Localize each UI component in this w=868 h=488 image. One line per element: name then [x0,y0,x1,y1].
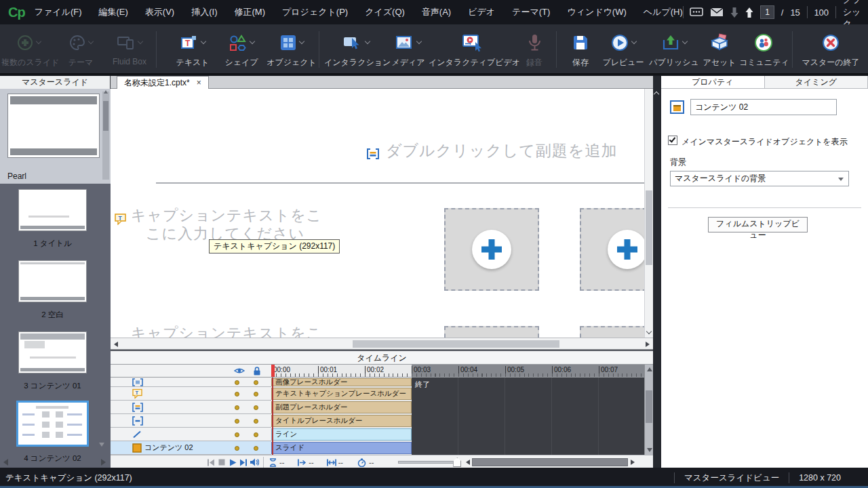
content-placeholder-box-4[interactable] [580,326,644,338]
canvas-horizontal-scrollbar[interactable] [111,338,653,350]
toolbar-assets-button[interactable]: アセット [701,28,738,70]
master-slide-thumbnail-pearl[interactable] [7,94,100,158]
panel-splitter[interactable] [653,76,661,468]
timeline-row-slide[interactable]: コンテンツ 02 スライド [111,441,644,455]
scroll-down-icon[interactable] [647,448,652,452]
menu-audio[interactable]: 音声(A) [422,6,451,18]
master-slide-label-2[interactable]: 2 空白 [0,310,105,320]
audio-icon[interactable] [249,457,260,468]
scroll-right-icon[interactable] [101,459,106,466]
slide-name-input[interactable] [690,99,837,115]
scrollbar-thumb[interactable] [353,340,559,348]
menu-file[interactable]: ファイル(F) [35,6,82,18]
track-bar[interactable]: 画像プレースホルダー [271,378,412,386]
tab-properties[interactable]: プロパティ [661,76,765,88]
playhead-line[interactable] [272,378,273,455]
timeline-vertical-scrollbar[interactable] [644,365,653,455]
subtitle-placeholder-text[interactable]: ダブルクリックして副題を追加 [386,140,617,161]
track-bar[interactable]: タイトルプレースホルダー [271,415,412,427]
toolbar-publish-button[interactable]: パブリッシュ [648,28,700,70]
scroll-up-icon[interactable] [647,367,652,371]
master-slide-thumb-1[interactable] [18,189,87,231]
content-placeholder-box-3[interactable] [444,326,539,338]
content-placeholder-box-2[interactable] [580,208,644,291]
lock-dot[interactable] [254,446,258,451]
timeline-row-image-placeholder[interactable]: 画像プレースホルダー [111,378,644,387]
timeline-row-line[interactable]: ライン [111,428,644,441]
content-placeholder-box-1[interactable] [444,208,539,291]
visibility-dot[interactable] [235,392,239,396]
filmstrip-view-button[interactable]: フィルムストリップビュー [708,217,808,232]
slider-thumb[interactable] [453,458,461,467]
lock-dot[interactable] [254,419,258,424]
add-content-icon[interactable] [472,230,511,269]
scroll-left-icon[interactable] [3,459,8,466]
canvas-vertical-scrollbar[interactable] [644,89,653,338]
master-slide-thumb-4-selected[interactable] [16,401,89,447]
tab-close-icon[interactable]: × [197,78,201,87]
scroll-up-icon[interactable] [104,90,108,94]
lock-icon[interactable] [253,366,261,375]
scroll-left-icon[interactable] [466,460,470,465]
zoom-level[interactable]: 100 [814,7,829,18]
lock-dot[interactable] [254,380,258,385]
next-slide-icon[interactable] [745,7,753,18]
visibility-dot[interactable] [235,432,239,437]
feedback-icon[interactable] [690,7,703,18]
menu-modify[interactable]: 修正(M) [234,6,265,18]
scroll-left-icon[interactable] [114,342,118,347]
scrollbar-thumb[interactable] [646,190,652,265]
document-tab[interactable]: 名称未設定1.cptx* × [117,76,209,89]
show-master-objects-checkbox[interactable] [668,136,677,145]
toolbar-text-button[interactable]: T テキスト [168,28,217,70]
menu-quiz[interactable]: クイズ(Q) [365,6,405,18]
scrollbar-thumb[interactable] [103,101,108,131]
toolbar-save-button[interactable]: 保存 [564,28,597,70]
eye-icon[interactable] [234,367,245,375]
timeline-row-text-caption-placeholder[interactable]: T テキストキャプションプレースホルダー [111,387,644,401]
master-slide-label-3[interactable]: 3 コンテンツ 01 [0,381,105,391]
caption-placeholder-row2[interactable]: キャプションテキストをこ [131,323,322,338]
menu-video[interactable]: ビデオ [468,6,495,18]
track-bar[interactable]: 副題プレースホルダー [271,401,412,413]
master-slide-label-1[interactable]: 1 タイトル [0,239,105,249]
master-slide-thumb-2[interactable] [18,260,87,302]
scrollbar-thumb[interactable] [646,390,652,423]
menu-window[interactable]: ウィンドウ(W) [567,6,626,18]
skip-end-icon[interactable] [238,457,249,468]
master-slide-panel-header[interactable]: マスタースライド [0,76,111,89]
toolbar-preview-button[interactable]: プレビュー [599,28,647,70]
timeline-hscroll-thumb[interactable] [472,458,628,466]
scroll-down-icon[interactable] [99,443,104,447]
menu-project[interactable]: プロジェクト(P) [282,6,348,18]
caption-placeholder-line1[interactable]: キャプションテキストをこ [131,205,322,226]
lock-dot[interactable] [254,405,258,410]
divider-line-shape[interactable] [156,182,644,184]
track-bar[interactable]: テキストキャプションプレースホルダー [271,388,412,400]
scroll-right-icon[interactable] [631,460,635,465]
menu-edit[interactable]: 編集(E) [99,6,128,18]
timeline-zoom-slider[interactable] [398,461,458,464]
lock-dot[interactable] [254,432,258,437]
stopwatch-icon[interactable] [357,457,368,468]
toolbar-community-button[interactable]: コミュニティ [739,28,788,70]
background-dropdown[interactable]: マスタースライドの背景 [670,171,849,186]
scroll-down-icon[interactable] [646,329,652,334]
playhead-marker[interactable] [271,365,275,377]
menu-themes[interactable]: テーマ(T) [512,6,550,18]
toolbar-media-button[interactable]: メディア [389,28,427,70]
visibility-dot[interactable] [235,380,239,385]
timeline-title[interactable]: タイムライン [111,351,653,365]
timeline-row-title-placeholder[interactable]: タイトルプレースホルダー [111,414,644,428]
timeline-row-subtitle-placeholder[interactable]: 副題プレースホルダー [111,401,644,414]
toolbar-interactive-video-button[interactable]: インタラクティブビデオ [429,28,515,70]
play-icon[interactable] [227,457,238,468]
toolbar-objects-button[interactable]: オブジェクト [266,28,317,70]
menu-insert[interactable]: 挿入(I) [191,6,217,18]
collapse-up-icon[interactable] [654,92,659,97]
toolbar-interactions-button[interactable]: インタラクション [324,28,388,70]
visibility-dot[interactable] [235,419,239,424]
track-bar[interactable]: スライド [271,442,412,454]
add-content-icon[interactable] [608,230,644,269]
toolbar-shapes-button[interactable]: シェイプ [218,28,264,70]
